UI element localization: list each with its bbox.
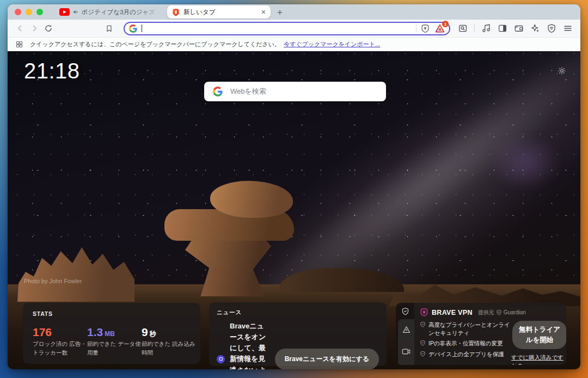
guardian-icon: [496, 309, 502, 315]
divider: [416, 25, 416, 32]
search-placeholder: Webを検索: [230, 87, 266, 96]
web-search-box[interactable]: Webを検索: [204, 82, 386, 101]
playlist-icon[interactable]: [479, 22, 493, 35]
customize-dashboard-gear-icon[interactable]: [558, 66, 566, 77]
bookmarks-hint-text: クイックアクセスするには、このページをブックマークバーにブックマークしてください…: [30, 40, 280, 48]
leo-ai-icon[interactable]: [528, 22, 542, 35]
vpn-feature: 高度なプライバシーとオンラインセキュリティ: [420, 321, 511, 337]
google-icon: [213, 87, 223, 96]
photo-credit: Photo by John Fowler: [24, 278, 82, 284]
text-caret: [142, 25, 142, 32]
already-purchased-link[interactable]: すでに購入済みですか？: [511, 353, 566, 365]
address-bar[interactable]: 1: [124, 22, 450, 35]
browser-window: ポジティブな3月のジャズ - 甘い味 新しいタブ × +: [8, 4, 580, 369]
tab-title: ポジティブな3月のジャズ - 甘い味: [82, 8, 160, 16]
vpn-shield-icon[interactable]: [544, 22, 559, 35]
vpn-feature: デバイス上の全アプリを保護: [420, 350, 511, 358]
back-button[interactable]: [14, 22, 27, 35]
rewards-notification-badge: 1: [442, 21, 449, 27]
brave-icon: [172, 8, 180, 16]
divider: [474, 24, 475, 33]
audio-playing-icon: [73, 9, 78, 15]
stat-data-saved: 1.3MB 節約できた データ使用量: [87, 326, 142, 357]
brave-news-widget: ニュース Braveニュースをオンにして、最新情報を見逃さないようにしましょう …: [209, 302, 387, 366]
widget-switcher: [396, 303, 414, 365]
enable-brave-news-button[interactable]: Braveニュースを有効にする: [275, 349, 379, 369]
vpn-feature: IPの非表示・位置情報の変更: [420, 339, 511, 347]
stats-widget: STATS 176 ブロック済の 広告・トラッカー数 1.3MB 節約できた デ…: [23, 303, 200, 364]
import-bookmarks-link[interactable]: 今すぐブックマークをインポート...: [284, 40, 380, 48]
window-controls: [15, 9, 43, 15]
tab-youtube[interactable]: ポジティブな3月のジャズ - 甘い味: [55, 5, 164, 19]
close-window-button[interactable]: [15, 9, 21, 15]
close-tab-icon[interactable]: ×: [261, 8, 266, 16]
brave-news-icon: [217, 355, 225, 363]
maximize-window-button[interactable]: [36, 9, 43, 15]
new-tab-page: 21:18 Webを検索 Photo by John Fowler STATS …: [8, 51, 580, 369]
tab-strip: ポジティブな3月のジャズ - 甘い味 新しいタブ × +: [8, 4, 580, 20]
brave-rewards-button[interactable]: 1: [435, 24, 445, 33]
reload-button[interactable]: [42, 22, 55, 35]
forward-button[interactable]: [28, 22, 41, 35]
news-title: ニュース: [217, 309, 379, 316]
vpn-feature-list: 高度なプライバシーとオンラインセキュリティ IPの非表示・位置情報の変更 デバイ…: [420, 321, 511, 365]
widget-switcher-panel: [398, 319, 414, 365]
tab-title: 新しいタブ: [183, 8, 258, 16]
sidebar-icon[interactable]: [495, 22, 510, 35]
clock: 21:18: [24, 59, 80, 83]
shield-check-icon: [420, 340, 426, 346]
brave-vpn-widget: BRAVE VPN 提供元 Guardian 高度なプライバシーとオンラインセキ…: [396, 303, 566, 365]
vpn-tab-shield-icon[interactable]: [396, 303, 414, 319]
brave-shields-icon[interactable]: [421, 24, 430, 33]
bookmarks-bar: クイックアクセスするには、このページをブックマークバーにブックマークしてください…: [8, 37, 580, 51]
google-search-icon: [129, 25, 137, 33]
news-message: Braveニュースをオンにして、最新情報を見逃さないようにしましょう: [230, 321, 267, 369]
shield-check-icon: [420, 351, 426, 357]
main-toolbar: 1: [8, 20, 580, 37]
shield-check-icon: [420, 321, 426, 327]
start-free-trial-button[interactable]: 無料トライアルを開始: [512, 321, 566, 349]
toolbar-actions: [456, 22, 575, 35]
search-tabs-icon[interactable]: [456, 22, 470, 35]
brave-vpn-icon: [420, 308, 428, 317]
vpn-brand: BRAVE VPN: [432, 309, 473, 316]
apps-grid-icon[interactable]: [15, 40, 23, 48]
youtube-icon: [59, 8, 70, 16]
tab-new-tab-active[interactable]: 新しいタブ ×: [167, 5, 271, 19]
new-tab-button[interactable]: +: [277, 8, 283, 17]
talk-tab-camera-icon[interactable]: [402, 347, 411, 357]
menu-icon[interactable]: [561, 22, 575, 35]
wallet-icon[interactable]: [512, 22, 526, 35]
vpn-provider: 提供元 Guardian: [478, 309, 526, 316]
bookmark-this-page-icon[interactable]: [102, 22, 115, 35]
stat-blocked-trackers: 176 ブロック済の 広告・トラッカー数: [33, 326, 87, 357]
minimize-window-button[interactable]: [26, 9, 32, 15]
stat-time-saved: 9秒 節約できた 読み込み時間: [142, 326, 196, 357]
stats-title: STATS: [33, 310, 191, 317]
rewards-tab-triangle-icon[interactable]: [402, 326, 411, 336]
desktop: { "colors": { "accent_focus": "#5b55d6",…: [0, 0, 588, 378]
